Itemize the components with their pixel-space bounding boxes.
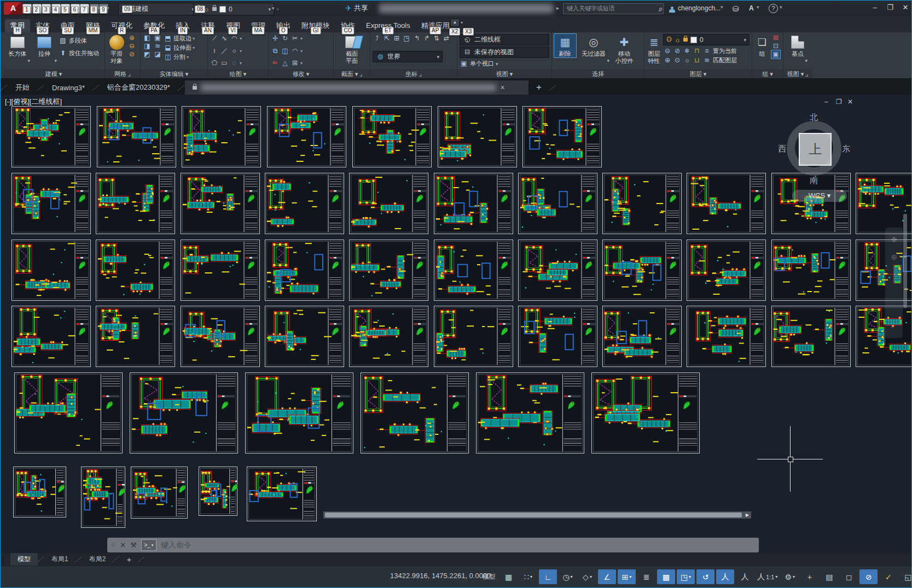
ribbon-tab-10[interactable]: 输出O (271, 19, 296, 32)
drawing-sheet-thumbnail[interactable] (602, 240, 682, 303)
line2-icon[interactable]: ／ (220, 47, 229, 55)
autodesk-app-icon[interactable]: A (749, 4, 754, 12)
subtract-icon[interactable]: ◨ (143, 42, 152, 50)
layer-lock-icon[interactable]: ⊓ (693, 47, 701, 55)
panel-label-layers[interactable]: 图层 ▾ (644, 69, 752, 78)
workspace-switch[interactable]: ⚙▾ (781, 569, 799, 584)
drawing-area[interactable]: [-][俯视][二维线框] – ❐ ✕ 上 北 西 东 南 WCS ▾ ✥⊕◔ … (1, 95, 911, 553)
drawing-sheet-thumbnail[interactable] (591, 372, 700, 456)
ungroup-icon[interactable]: ⊠ (771, 34, 780, 42)
close-icon[interactable]: ✕ (120, 541, 126, 549)
ribbon-tab-12[interactable]: 协作CO (335, 19, 361, 32)
panel-label-section[interactable]: 截面 ▾ ⌟ (334, 69, 370, 78)
mesh-refine-icon[interactable]: ⊘ (127, 50, 136, 59)
intersect-icon[interactable]: ◩ (143, 50, 152, 59)
doc-close-button[interactable]: ✕ (847, 98, 853, 106)
scrollbar-thumb[interactable] (325, 513, 742, 517)
panel-label-view[interactable]: 视图 ▾ (457, 69, 551, 78)
panel-label-modeling[interactable]: 建模 ▾ (3, 69, 104, 78)
layer-unlock-icon[interactable]: ⊔ (693, 56, 701, 65)
osnap-toggle[interactable]: ⊞▾ (618, 569, 636, 584)
dynamic-ucs-toggle[interactable]: ↺ (696, 569, 715, 584)
drawing-sheet-thumbnail[interactable] (11, 106, 91, 170)
panel-label-solid-editing[interactable]: 实体编辑 ▾ (141, 69, 207, 78)
annotation-monitor[interactable]: ✓ (879, 569, 897, 584)
drawing-sheet-thumbnail[interactable] (14, 372, 123, 456)
drawing-sheet-thumbnail[interactable] (438, 106, 517, 170)
drawing-sheet-thumbnail[interactable] (265, 173, 344, 236)
fullscreen-toggle[interactable]: ◱ (899, 569, 912, 584)
graphics-performance[interactable]: ⊘ (859, 569, 878, 584)
drawing-sheet-thumbnail[interactable] (181, 240, 260, 303)
smooth-more-icon[interactable]: ⊕ (127, 34, 136, 42)
minimize-button[interactable]: – (868, 1, 882, 15)
viewcube-west-label[interactable]: 西 (778, 144, 786, 154)
drawing-sheet-thumbnail[interactable] (96, 240, 175, 303)
tab-layout2[interactable]: 布局2 (82, 553, 113, 566)
ucs-z-icon[interactable]: ⇅ (432, 34, 441, 43)
drawing-sheet-thumbnail[interactable] (349, 173, 428, 236)
drawing-sheet-thumbnail[interactable] (518, 306, 597, 369)
make-current-button[interactable]: ≡置为当前 (702, 46, 737, 56)
drawing-sheet-thumbnail[interactable] (687, 306, 766, 369)
presspull-button[interactable]: ⬆按住并拖动 (59, 49, 99, 58)
vertical-scrollbar-thumb[interactable] (903, 214, 907, 308)
viewport-controls[interactable]: [-][俯视][二维线框] (5, 97, 62, 107)
drawing-sheet-thumbnail[interactable] (247, 467, 317, 523)
grid-toggle[interactable]: ▦ (499, 569, 518, 584)
drawing-sheet-thumbnail[interactable] (349, 306, 428, 369)
chevron-down-icon[interactable]: ▾ ⌄ (272, 5, 280, 11)
drawing-sheet-thumbnail[interactable] (130, 372, 238, 456)
tab-layout1[interactable]: 布局1 (44, 553, 75, 566)
osnap3d-toggle[interactable]: ◳▾ (677, 569, 695, 584)
drawing-sheet-thumbnail[interactable] (265, 306, 344, 369)
ribbon-tab-1[interactable]: 实体SO (30, 19, 55, 32)
drawing-sheet-thumbnail[interactable] (434, 240, 513, 303)
app-logo-icon[interactable]: A (4, 2, 22, 15)
slice-icon[interactable]: ▣ (153, 34, 162, 42)
viewcube-top-face[interactable]: 上 (799, 133, 832, 166)
command-line[interactable]: ⠿ ✕ ⚒ >_▾ 键入命令 (107, 538, 759, 552)
drawing-sheet-thumbnail[interactable] (11, 173, 91, 236)
file-tab-1[interactable]: 铝合金窗20230329* (100, 80, 178, 95)
viewcube-east-label[interactable]: 东 (842, 144, 850, 154)
arc-icon[interactable]: ◠ (230, 34, 239, 43)
drawing-sheet-thumbnail[interactable] (267, 106, 346, 170)
help-icon[interactable]: ? (769, 4, 778, 13)
layer-properties-button[interactable]: ≣ 图层特性 (647, 34, 661, 65)
named-view-dropdown[interactable]: ⊟ 未保存的视图 (460, 46, 549, 58)
thicken-icon[interactable]: ≋ (153, 42, 162, 50)
ribbon-tab-2[interactable]: 曲面SU (55, 19, 80, 32)
visual-style-dropdown[interactable]: ◵ 二维线框 (460, 34, 549, 45)
doc-restore-button[interactable]: ❐ (836, 98, 842, 106)
union-icon[interactable]: ◧ (143, 34, 152, 42)
ribbon-tab-13[interactable]: Express ToolsET (361, 19, 416, 32)
drawing-sheet-thumbnail[interactable] (13, 467, 66, 520)
panel-label-group[interactable]: 组 ▾ (752, 69, 783, 78)
ucs-object-icon[interactable]: ⊞ (392, 34, 401, 43)
palette-tool[interactable]: ▤ (820, 569, 838, 584)
share-button[interactable]: ✈ 共享 (345, 3, 368, 13)
viewcube-south-label[interactable]: 南 (810, 176, 818, 186)
drawing-sheet-thumbnail[interactable] (349, 240, 428, 303)
drawing-sheet-thumbnail[interactable] (856, 306, 911, 369)
drawing-sheet-thumbnail[interactable] (97, 106, 176, 170)
erase-icon[interactable]: ✏ (271, 59, 280, 67)
scale-icon[interactable]: △ (281, 59, 289, 67)
file-tab-start[interactable]: 开始 (8, 80, 37, 95)
drawing-sheet-thumbnail[interactable] (11, 240, 91, 303)
polygon-icon[interactable]: ⬠ (210, 59, 219, 67)
panel-label-selection[interactable]: 选择 (552, 69, 644, 78)
ucs-face-icon[interactable]: ◳ (402, 34, 411, 43)
otrack-toggle[interactable]: ∠ (598, 569, 616, 584)
smooth-less-icon[interactable]: ⊖ (127, 42, 136, 50)
drawing-sheet-thumbnail[interactable] (602, 173, 682, 236)
recent-commands-button[interactable]: >_▾ (141, 539, 156, 551)
drawing-sheet-thumbnail[interactable] (181, 173, 260, 236)
panel-label-draw[interactable]: 绘图 ▾ (208, 69, 268, 78)
drawing-sheet-thumbnail[interactable] (96, 173, 175, 236)
crosshair-tool[interactable]: + (800, 569, 818, 584)
snap-toggle[interactable]: ∷▾ (519, 569, 537, 584)
doc-minimize-button[interactable]: – (824, 98, 828, 106)
layer-on-icon[interactable]: ⊕ (663, 56, 672, 65)
